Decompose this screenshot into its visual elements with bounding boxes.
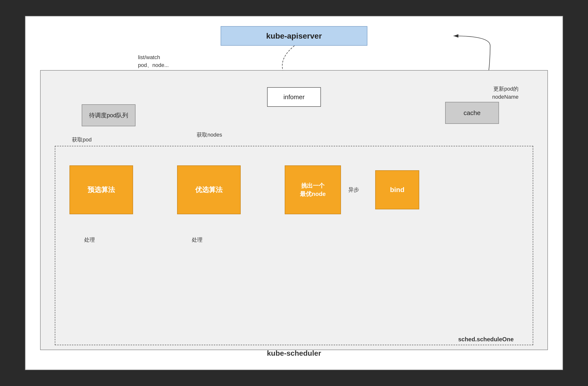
selector-box: 优选算法: [177, 165, 241, 214]
schedule-one-label: sched.scheduleOne: [458, 336, 514, 343]
bind-label: bind: [390, 186, 404, 194]
update-nodename-label: 更新pod的nodeName: [492, 85, 519, 101]
scheduler-name-label: kube-scheduler: [267, 349, 321, 357]
selector-label: 优选算法: [195, 185, 223, 194]
infomer-label: infomer: [283, 93, 305, 101]
apiserver-box: kube-apiserver: [221, 26, 367, 46]
preselector-box: 预选算法: [69, 165, 133, 214]
process1-label: 处理: [84, 236, 95, 244]
apiserver-label: kube-apiserver: [266, 32, 322, 40]
preselector-label: 预选算法: [87, 185, 115, 194]
cache-box: cache: [445, 102, 499, 124]
bind-box: bind: [375, 170, 419, 209]
diagram-container: kube-apiserver infomer 待调度pod队列 cache 预选…: [25, 16, 563, 370]
async-label: 异步: [348, 186, 359, 193]
pod-node-label: pod、node...: [138, 61, 169, 69]
best-node-label: 挑出一个最优node: [300, 181, 326, 198]
best-node-box: 挑出一个最优node: [285, 165, 341, 214]
cache-label: cache: [463, 109, 480, 117]
get-pod-label: 获取pod: [72, 136, 92, 143]
get-nodes-label: 获取nodes: [197, 131, 222, 138]
pod-queue-label: 待调度pod队列: [89, 111, 128, 119]
infomer-box: infomer: [267, 87, 321, 107]
list-watch-label: list/watch: [138, 54, 160, 60]
pod-queue-box: 待调度pod队列: [82, 104, 135, 126]
process2-label: 处理: [192, 236, 203, 244]
